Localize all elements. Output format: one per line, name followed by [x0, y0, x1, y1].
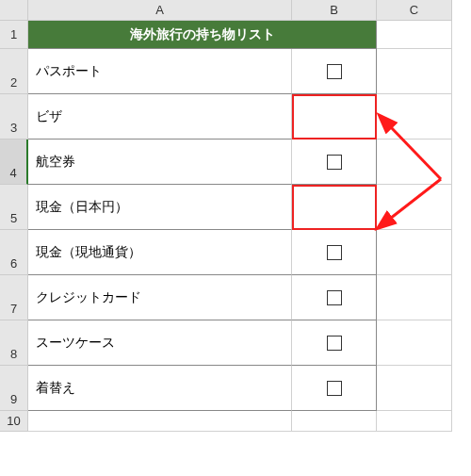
item-label: 現金（現地通貨）: [36, 244, 141, 261]
row-7: 7クレジットカード: [0, 275, 471, 320]
row-header-9[interactable]: 9: [0, 366, 28, 411]
cell-c6[interactable]: [377, 230, 452, 275]
checkbox-cell[interactable]: [292, 320, 377, 366]
item-label: 現金（日本円）: [36, 199, 128, 216]
row-2: 2パスポート: [0, 49, 471, 94]
spreadsheet: A B C 1 海外旅行の持ち物リスト 2パスポート3ビザ4航空券5現金（日本円…: [0, 0, 471, 432]
cell-c8[interactable]: [377, 320, 452, 366]
checkbox-icon[interactable]: [327, 336, 342, 351]
row-header-7[interactable]: 7: [0, 275, 28, 320]
checkbox-icon[interactable]: [327, 381, 342, 396]
row-header-3[interactable]: 3: [0, 94, 28, 140]
checkbox-cell[interactable]: [292, 94, 377, 140]
item-cell[interactable]: 現金（現地通貨）: [28, 230, 292, 275]
row-4: 4航空券: [0, 140, 471, 185]
column-headers: A B C: [28, 0, 471, 21]
row-9: 9着替え: [0, 366, 471, 411]
col-header-c[interactable]: C: [377, 0, 452, 21]
item-label: 着替え: [36, 380, 75, 397]
checkbox-cell[interactable]: [292, 366, 377, 411]
title-text: 海外旅行の持ち物リスト: [130, 26, 275, 43]
checkbox-icon[interactable]: [327, 155, 342, 170]
row-5: 5現金（日本円）: [0, 185, 471, 230]
checkbox-icon[interactable]: [327, 290, 342, 305]
row-header-10[interactable]: 10: [0, 411, 28, 432]
item-cell[interactable]: 航空券: [28, 140, 292, 185]
checkbox-cell[interactable]: [292, 140, 377, 185]
checkbox-cell[interactable]: [292, 230, 377, 275]
title-cell[interactable]: 海外旅行の持ち物リスト: [28, 21, 377, 49]
row-header-1[interactable]: 1: [0, 21, 28, 49]
cell-c1[interactable]: [377, 21, 452, 49]
cell-c7[interactable]: [377, 275, 452, 320]
item-cell[interactable]: スーツケース: [28, 320, 292, 366]
cell-b10[interactable]: [292, 411, 377, 432]
row-header-4[interactable]: 4: [0, 140, 28, 185]
col-header-a[interactable]: A: [28, 0, 292, 21]
item-cell[interactable]: 着替え: [28, 366, 292, 411]
item-cell[interactable]: 現金（日本円）: [28, 185, 292, 230]
checkbox-cell[interactable]: [292, 275, 377, 320]
cell-c2[interactable]: [377, 49, 452, 94]
checkbox-icon[interactable]: [327, 245, 342, 260]
row-header-5[interactable]: 5: [0, 185, 28, 230]
row-header-6[interactable]: 6: [0, 230, 28, 275]
row-6: 6現金（現地通貨）: [0, 230, 471, 275]
cell-c10[interactable]: [377, 411, 452, 432]
checkbox-cell[interactable]: [292, 185, 377, 230]
row-10: 10: [0, 411, 471, 432]
row-8: 8スーツケース: [0, 320, 471, 366]
col-header-b[interactable]: B: [292, 0, 377, 21]
select-all-corner[interactable]: [0, 0, 28, 21]
cell-c4[interactable]: [377, 140, 452, 185]
item-label: 航空券: [36, 154, 75, 171]
item-label: パスポート: [36, 63, 102, 80]
cell-a10[interactable]: [28, 411, 292, 432]
checkbox-icon[interactable]: [327, 64, 342, 79]
item-label: スーツケース: [36, 335, 115, 352]
row-header-2[interactable]: 2: [0, 49, 28, 94]
row-1: 1 海外旅行の持ち物リスト: [0, 21, 471, 49]
item-cell[interactable]: クレジットカード: [28, 275, 292, 320]
item-cell[interactable]: ビザ: [28, 94, 292, 140]
cell-c5[interactable]: [377, 185, 452, 230]
cell-c3[interactable]: [377, 94, 452, 140]
item-label: クレジットカード: [36, 289, 141, 306]
row-header-8[interactable]: 8: [0, 320, 28, 366]
item-label: ビザ: [36, 108, 62, 125]
item-cell[interactable]: パスポート: [28, 49, 292, 94]
row-3: 3ビザ: [0, 94, 471, 140]
checkbox-cell[interactable]: [292, 49, 377, 94]
cell-c9[interactable]: [377, 366, 452, 411]
